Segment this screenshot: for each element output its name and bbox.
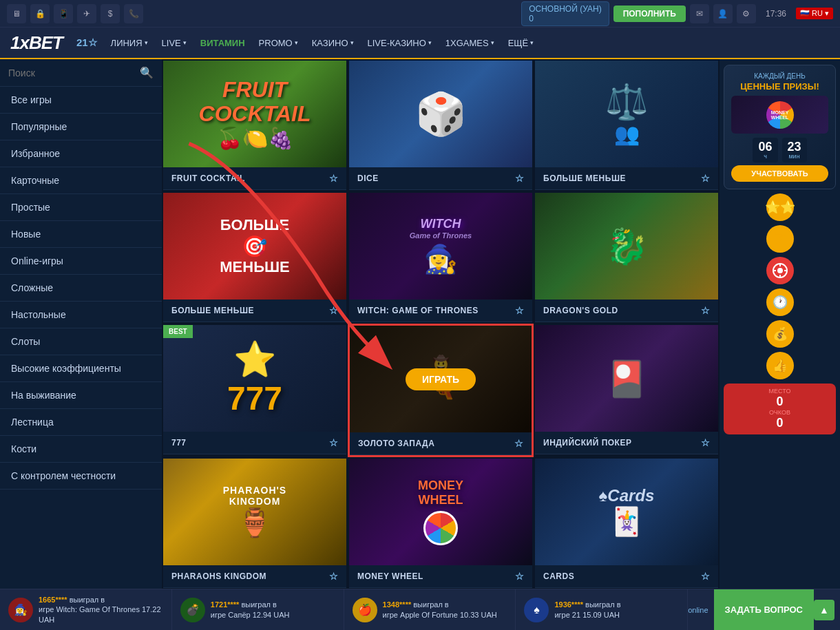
thumb-icon-button[interactable]: 👍	[766, 352, 794, 379]
bottom-bar: 🧙‍♀️ 1665**** выиграл в игре Witch: Game…	[0, 589, 840, 630]
favorite-icon[interactable]: ☆	[514, 438, 524, 449]
nav-item-eshe[interactable]: ЕЩЁ ▾	[503, 35, 540, 51]
scroll-up-button[interactable]: ▲	[814, 600, 834, 620]
play-button[interactable]: ИГРАТЬ	[591, 103, 662, 125]
settings-icon[interactable]: ⚙	[737, 4, 756, 23]
game-card-dragons-gold[interactable]: 🐉 ИГРАТЬ DRAGON'S GOLD ☆	[534, 191, 720, 324]
sidebar-item-all-games[interactable]: Все игры	[0, 87, 162, 114]
game-card-pharaohs[interactable]: PHARAOH'S KINGDOM 🏺 ИГРАТЬ PHARAOHS KING…	[162, 457, 348, 589]
lock-icon[interactable]: 🔒	[30, 4, 50, 23]
favorite-icon[interactable]: ☆	[329, 437, 339, 448]
favorite-icon[interactable]: ☆	[515, 571, 525, 582]
nav-item-vitamins[interactable]: ВИТАМИН	[195, 35, 251, 51]
telegram-icon[interactable]: ✈	[77, 4, 96, 23]
sidebar-item-simple[interactable]: Простые	[0, 194, 162, 221]
search-input[interactable]	[8, 67, 140, 78]
sidebar-item-popular[interactable]: Популярные	[0, 114, 162, 140]
game-hover-overlay: ИГРАТЬ	[350, 326, 532, 432]
nav-item-casino[interactable]: КАЗИНО ▾	[306, 35, 359, 51]
nav-item-liniya[interactable]: ЛИНИЯ ▾	[105, 35, 154, 51]
sidebar-item-survival[interactable]: На выживание	[0, 382, 162, 409]
news-text-3: 1348**** выиграл в игре Apple Of Fortune…	[383, 600, 497, 620]
game-title: WITCH: GAME OF THRONES	[357, 306, 479, 315]
play-button[interactable]: ИГРАТЬ	[220, 103, 290, 125]
site-logo[interactable]: 1xBET	[10, 32, 63, 54]
chevron-down-icon: ▾	[491, 39, 494, 46]
game-card-dice[interactable]: 🎲 ИГРАТЬ DICE ☆	[348, 59, 534, 191]
sidebar-item-high-odds[interactable]: Высокие коэффициенты	[0, 355, 162, 382]
favorite-icon[interactable]: ☆	[329, 173, 339, 184]
mobile-icon[interactable]: 📱	[54, 4, 73, 23]
game-card-big-small-2[interactable]: БОЛЬШЕ 🎯 МЕНЬШЕ ИГРАТЬ БОЛЬШЕ МЕНЬШЕ ☆	[162, 191, 348, 324]
game-title: FRUIT COCKTAIL	[171, 174, 245, 183]
spinner-icon-button[interactable]	[766, 257, 794, 284]
sidebar-item-online[interactable]: Online-игры	[0, 248, 162, 275]
play-button[interactable]: ИГРАТЬ	[220, 501, 290, 523]
favorite-icon[interactable]: ☆	[329, 305, 339, 316]
timer-hours-label: ч	[758, 153, 772, 160]
play-button[interactable]: ИГРАТЬ	[591, 368, 662, 390]
play-button[interactable]: ИГРАТЬ	[406, 368, 476, 390]
desktop-icon[interactable]: 🖥	[7, 4, 26, 23]
sidebar-item-favorites[interactable]: Избранное	[0, 140, 162, 167]
play-button[interactable]: ИГРАТЬ	[591, 235, 662, 258]
sidebar-item-table[interactable]: Настольные	[0, 302, 162, 328]
play-button[interactable]: ИГРАТЬ	[220, 368, 290, 390]
deposit-button[interactable]: ПОПОЛНИТЬ	[613, 6, 686, 22]
play-button[interactable]: ИГРАТЬ	[406, 235, 476, 258]
favorite-icon[interactable]: ☆	[701, 571, 711, 582]
stars-icon-button[interactable]: ⭐⭐	[766, 193, 794, 221]
sidebar-item-slots[interactable]: Слоты	[0, 328, 162, 355]
sidebar-item-ladder[interactable]: Лестница	[0, 409, 162, 436]
game-card-big-small-1[interactable]: ⚖️ 👥 ИГРАТЬ БОЛЬШЕ МЕНЬШЕ ☆	[534, 59, 720, 191]
nav-item-21[interactable]: 21☆	[76, 36, 97, 49]
favorite-icon[interactable]: ☆	[701, 437, 711, 448]
favorite-icon[interactable]: ☆	[701, 305, 711, 316]
game-card-gold-west[interactable]: 🤠 🔫 ИГРАТЬ ЗОЛОТО ЗАПАДА ☆	[348, 324, 534, 457]
favorite-icon[interactable]: ☆	[329, 571, 339, 582]
play-button[interactable]: ИГРАТЬ	[591, 501, 662, 523]
rank-label: МЕСТО	[731, 388, 829, 395]
dollar-icon[interactable]: $	[101, 4, 120, 23]
game-title-bar: PHARAOHS KINGDOM ☆	[163, 565, 346, 588]
mail-icon[interactable]: ✉	[690, 4, 709, 23]
rank-points-value: 0	[731, 416, 829, 430]
game-card-cards[interactable]: ♠Cards 🃏 ИГРАТЬ CARDS ☆	[534, 457, 720, 589]
sidebar-item-cards[interactable]: Карточные	[0, 167, 162, 194]
game-card-fruit-cocktail[interactable]: FRUITCOCKTAIL 🍒🍋🍇 ИГРАТЬ FRUIT COCKTAIL …	[162, 59, 348, 191]
game-title-bar: ЗОЛОТО ЗАПАДА ☆	[350, 432, 532, 455]
favorite-icon[interactable]: ☆	[515, 305, 525, 316]
play-button[interactable]: ИГРАТЬ	[406, 103, 476, 125]
nav-item-promo[interactable]: PROMO ▾	[253, 35, 304, 51]
favorite-icon[interactable]: ☆	[701, 173, 711, 184]
timer-mins: 23	[788, 140, 801, 153]
news-user-4: 1936****	[554, 600, 583, 609]
coin-icon-button[interactable]: 💰	[766, 320, 794, 348]
content-area: FRUITCOCKTAIL 🍒🍋🍇 ИГРАТЬ FRUIT COCKTAIL …	[162, 59, 720, 589]
play-button[interactable]: ИГРАТЬ	[220, 235, 290, 258]
language-selector[interactable]: 🇷🇺 RU ▾	[796, 8, 833, 19]
sidebar-item-complex[interactable]: Сложные	[0, 275, 162, 302]
sidebar-item-new[interactable]: Новые	[0, 221, 162, 248]
game-card-money-wheel[interactable]: MONEYWHEEL ИГРАТЬ MONEY WHEEL ☆	[348, 457, 534, 589]
search-icon[interactable]: 🔍	[140, 66, 154, 79]
sidebar-item-provably-fair[interactable]: С контролем честности	[0, 463, 162, 490]
balance-display[interactable]: ОСНОВНОЙ (УАН) 0	[521, 1, 609, 26]
sidebar-item-dice[interactable]: Кости	[0, 436, 162, 463]
favorite-icon[interactable]: ☆	[515, 173, 525, 184]
timer-mins-label: мин	[788, 153, 801, 160]
clock-icon-button[interactable]: 🕐	[766, 288, 794, 316]
user-icon[interactable]: 👤	[713, 4, 733, 23]
number-7-button[interactable]: 7	[766, 225, 794, 253]
phone-icon[interactable]: 📞	[124, 4, 143, 23]
bottom-news-item-2: 💣 1721**** выиграл в игре Сапёр 12.94 UA…	[172, 589, 344, 630]
play-button[interactable]: ИГРАТЬ	[406, 501, 476, 523]
game-card-indian-poker[interactable]: 🎴 ИГРАТЬ ИНДИЙСКИЙ ПОКЕР ☆	[534, 324, 720, 457]
nav-item-live[interactable]: LIVE ▾	[156, 35, 192, 51]
game-card-witch[interactable]: WITCH Game of Thrones 🧙‍♀️ ИГРАТЬ WITCH:…	[348, 191, 534, 324]
nav-item-live-casino[interactable]: LIVE-КАЗИНО ▾	[362, 35, 437, 51]
participate-button[interactable]: УЧАСТВОВАТЬ	[731, 165, 828, 182]
game-card-777[interactable]: BEST ⭐ 777 ИГРАТЬ 777 ☆	[162, 324, 348, 457]
help-button[interactable]: ЗАДАТЬ ВОПРОС	[714, 589, 814, 630]
nav-item-1xgames[interactable]: 1XGAMES ▾	[440, 35, 500, 51]
